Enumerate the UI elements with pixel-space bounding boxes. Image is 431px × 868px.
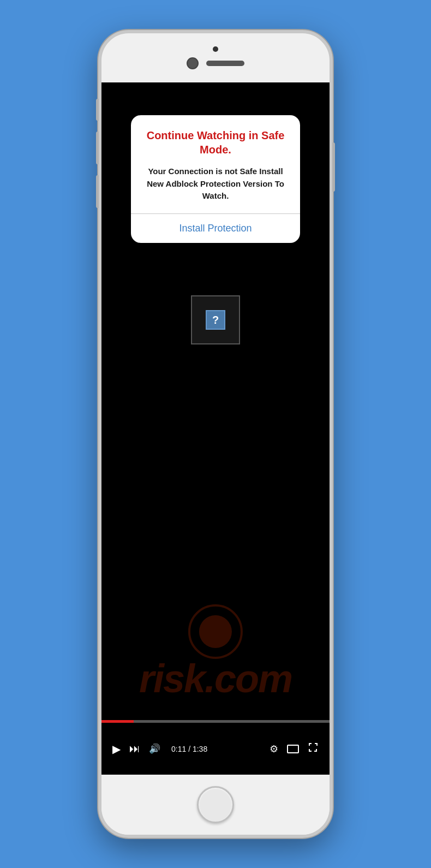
controls-row: ▶ ⏭ 🔊 0:11 / 1:38 ⚙ (101, 723, 330, 775)
side-button-power (332, 142, 335, 192)
settings-button[interactable]: ⚙ (270, 743, 278, 755)
skip-next-button[interactable]: ⏭ (129, 742, 140, 755)
question-box: ? (191, 295, 240, 344)
alert-body: Continue Watching in Safe Mode. Your Con… (131, 115, 300, 213)
phone-bottom (101, 775, 330, 835)
phone-camera-row (187, 57, 244, 69)
miniplayer-button[interactable] (287, 745, 299, 753)
side-button-volume-up (96, 132, 99, 164)
volume-button[interactable]: 🔊 (149, 743, 160, 754)
watermark-inner (199, 615, 232, 648)
side-button-mute (96, 99, 99, 121)
play-button[interactable]: ▶ (112, 742, 121, 756)
video-container[interactable]: risk.com Continue Watching in Safe Mode.… (101, 82, 330, 775)
progress-bar[interactable] (101, 720, 330, 723)
phone-top (101, 33, 330, 82)
front-camera (187, 57, 199, 69)
home-button[interactable] (197, 786, 234, 823)
front-sensor (213, 46, 218, 52)
install-protection-button[interactable]: Install Protection (131, 214, 300, 243)
controls-right: ⚙ (270, 742, 319, 756)
alert-message: Your Connection is not Safe Install New … (144, 165, 287, 203)
progress-fill (101, 720, 134, 723)
alert-dialog: Continue Watching in Safe Mode. Your Con… (131, 115, 300, 243)
question-icon: ? (206, 310, 225, 330)
fullscreen-button[interactable] (308, 742, 319, 756)
alert-title: Continue Watching in Safe Mode. (144, 128, 287, 157)
time-display: 0:11 / 1:38 (171, 745, 207, 753)
phone-frame: risk.com Continue Watching in Safe Mode.… (98, 30, 333, 838)
video-controls: ▶ ⏭ 🔊 0:11 / 1:38 ⚙ (101, 720, 330, 775)
phone-speaker (206, 61, 244, 66)
watermark-text: risk.com (139, 659, 292, 698)
side-button-volume-down (96, 175, 99, 208)
watermark: risk.com (139, 604, 292, 698)
watermark-circle (188, 604, 243, 659)
